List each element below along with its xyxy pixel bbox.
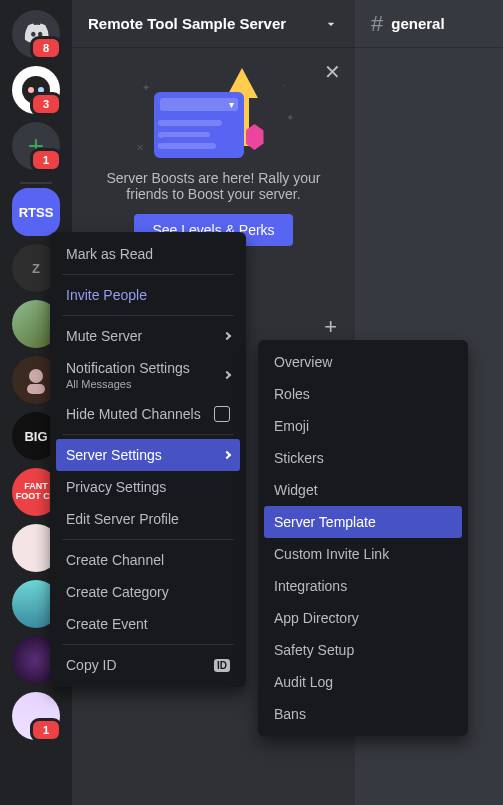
server-anime[interactable]: 1 [12, 692, 60, 740]
badge: 1 [30, 148, 62, 172]
server-name-text: Remote Tool Sample Server [88, 15, 286, 32]
server-avatar-1[interactable]: 3 [12, 66, 60, 114]
menu-separator [62, 434, 234, 435]
badge: 3 [30, 92, 62, 116]
menu-mute-server[interactable]: Mute Server [56, 320, 240, 352]
menu-hide-muted[interactable]: Hide Muted Channels [56, 398, 240, 430]
add-server-button[interactable]: + 1 [12, 122, 60, 170]
submenu-safety-setup[interactable]: Safety Setup [264, 634, 462, 666]
menu-create-category[interactable]: Create Category [56, 576, 240, 608]
submenu-server-template[interactable]: Server Template [264, 506, 462, 538]
badge: 1 [30, 718, 62, 742]
submenu-bans[interactable]: Bans [264, 698, 462, 730]
boost-promo-card: ✕ ✦ ✕ · ✦ Server Boosts are here! Rally … [72, 48, 355, 254]
badge: 8 [30, 36, 62, 60]
chevron-right-icon [223, 332, 231, 340]
chevron-down-icon [323, 16, 339, 32]
menu-edit-server-profile[interactable]: Edit Server Profile [56, 503, 240, 535]
server-name-header[interactable]: Remote Tool Sample Server [72, 0, 355, 48]
menu-create-event[interactable]: Create Event [56, 608, 240, 640]
menu-separator [62, 644, 234, 645]
avatar-icon [20, 364, 52, 396]
card-icon [154, 92, 244, 158]
submenu-stickers[interactable]: Stickers [264, 442, 462, 474]
server-context-menu: Mark as Read Invite People Mute Server N… [50, 232, 246, 687]
menu-separator [62, 315, 234, 316]
menu-privacy-settings[interactable]: Privacy Settings [56, 471, 240, 503]
server-settings-submenu: OverviewRolesEmojiStickersWidgetServer T… [258, 340, 468, 736]
chevron-right-icon [223, 451, 231, 459]
submenu-app-directory[interactable]: App Directory [264, 602, 462, 634]
menu-separator [62, 539, 234, 540]
hash-icon: # [371, 11, 383, 37]
menu-copy-id[interactable]: Copy ID ID [56, 649, 240, 681]
svg-rect-5 [27, 384, 45, 394]
submenu-roles[interactable]: Roles [264, 378, 462, 410]
submenu-integrations[interactable]: Integrations [264, 570, 462, 602]
boost-artwork: ✦ ✕ · ✦ [124, 64, 304, 164]
menu-mark-as-read[interactable]: Mark as Read [56, 238, 240, 270]
menu-create-channel[interactable]: Create Channel [56, 544, 240, 576]
checkbox-icon [214, 406, 230, 422]
chevron-right-icon [223, 371, 231, 379]
submenu-audit-log[interactable]: Audit Log [264, 666, 462, 698]
submenu-custom-invite-link[interactable]: Custom Invite Link [264, 538, 462, 570]
svg-point-4 [29, 369, 43, 383]
add-channel-button[interactable]: + [324, 314, 337, 340]
id-badge-icon: ID [214, 659, 230, 672]
channel-header: # general [355, 0, 503, 48]
submenu-widget[interactable]: Widget [264, 474, 462, 506]
submenu-emoji[interactable]: Emoji [264, 410, 462, 442]
server-selected[interactable]: RTSS [12, 188, 60, 236]
discord-home-button[interactable]: 8 [12, 10, 60, 58]
channel-name: general [391, 15, 444, 32]
rail-separator [20, 182, 52, 184]
menu-invite-people[interactable]: Invite People [56, 279, 240, 311]
svg-rect-2 [28, 87, 34, 93]
close-icon[interactable]: ✕ [324, 60, 341, 84]
menu-separator [62, 274, 234, 275]
menu-notification-settings[interactable]: Notification Settings All Messages [56, 352, 240, 398]
boost-promo-text: Server Boosts are here! Rally your frien… [84, 164, 343, 202]
submenu-overview[interactable]: Overview [264, 346, 462, 378]
menu-server-settings[interactable]: Server Settings [56, 439, 240, 471]
